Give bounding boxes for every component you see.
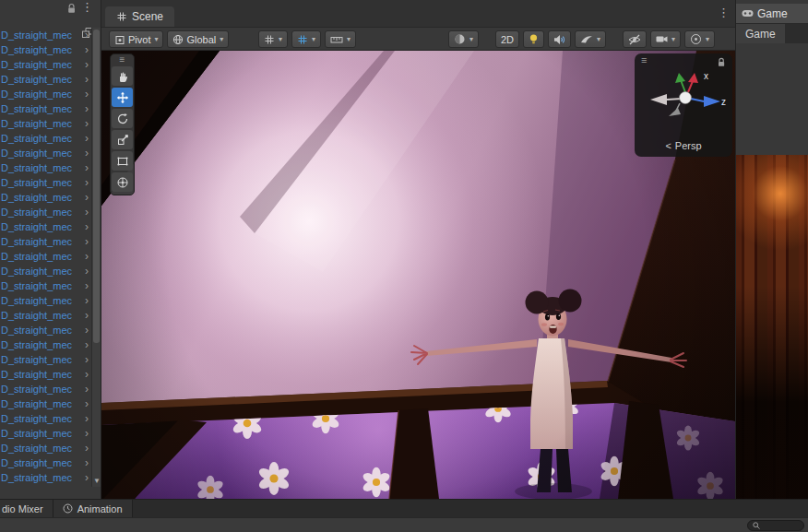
hierarchy-item[interactable]: D_straight_mec› (0, 411, 92, 426)
hierarchy-scrollbar[interactable]: ▼ (91, 28, 101, 487)
expand-chevron-icon[interactable]: › (85, 207, 89, 218)
hierarchy-item[interactable]: D_straight_mec› (0, 28, 92, 42)
global-mode-dropdown[interactable]: Global ▾ (167, 30, 229, 48)
hierarchy-item[interactable]: D_straight_mec› (0, 455, 92, 470)
expand-chevron-icon[interactable]: › (85, 398, 89, 409)
expand-chevron-icon[interactable]: › (85, 74, 89, 85)
scene-visibility-button[interactable] (623, 30, 647, 48)
hierarchy-item[interactable]: D_straight_mec› (0, 131, 92, 146)
hierarchy-item[interactable]: D_straight_mec› (0, 219, 92, 234)
expand-chevron-icon[interactable]: › (85, 472, 89, 483)
hierarchy-item[interactable]: D_straight_mec› (0, 337, 92, 352)
scrollbar-thumb[interactable] (93, 30, 100, 343)
lock-icon[interactable] (66, 3, 77, 14)
expand-chevron-icon[interactable]: › (85, 310, 89, 321)
scene-viewport[interactable]: ≡ (101, 51, 735, 499)
axis-cone-neg-z[interactable] (669, 108, 681, 116)
hierarchy-item[interactable]: D_straight_mec› (0, 101, 92, 116)
hierarchy-item[interactable]: D_straight_mec› (0, 308, 92, 323)
expand-chevron-icon[interactable]: › (85, 118, 89, 129)
hierarchy-item[interactable]: D_straight_mec› (0, 87, 92, 101)
kebab-menu-icon[interactable]: ⋮ (81, 0, 93, 15)
gizmo-center-ball[interactable] (680, 92, 692, 104)
hierarchy-item[interactable]: D_straight_mec› (0, 205, 92, 219)
shading-mode-dropdown[interactable]: ▾ (448, 30, 479, 48)
drag-handle-icon[interactable]: ≡ (120, 55, 125, 65)
2d-mode-button[interactable]: 2D (495, 30, 519, 48)
hierarchy-item[interactable]: D_straight_mec› (0, 72, 92, 87)
expand-chevron-icon[interactable]: › (85, 384, 89, 395)
expand-chevron-icon[interactable]: › (85, 162, 89, 173)
axis-cone-x[interactable] (688, 73, 698, 83)
hierarchy-item[interactable]: D_straight_mec› (0, 57, 92, 72)
hierarchy-item[interactable]: D_straight_mec› (0, 175, 92, 190)
transform-tool-button[interactable] (112, 172, 133, 192)
hierarchy-item[interactable]: D_straight_mec› (0, 367, 92, 382)
expand-chevron-icon[interactable]: › (85, 266, 89, 277)
hierarchy-item[interactable]: D_straight_mec› (0, 278, 92, 293)
scale-tool-button[interactable] (112, 130, 133, 149)
hierarchy-item[interactable]: D_straight_mec› (0, 249, 92, 264)
expand-chevron-icon[interactable]: › (85, 103, 89, 114)
hierarchy-item[interactable]: D_straight_mec› (0, 470, 92, 485)
rotate-tool-button[interactable] (112, 109, 133, 128)
tab-animation[interactable]: Animation (53, 500, 133, 517)
expand-chevron-icon[interactable]: › (85, 325, 89, 336)
kebab-menu-icon[interactable]: ⋮ (718, 6, 730, 19)
hierarchy-item[interactable]: D_straight_mec› (0, 352, 92, 367)
axis-cone-neg-x[interactable] (650, 94, 667, 105)
expand-chevron-icon[interactable]: › (85, 30, 89, 41)
search-input[interactable] (763, 521, 799, 530)
hierarchy-item[interactable]: D_straight_mec› (0, 116, 92, 131)
expand-chevron-icon[interactable]: › (85, 354, 89, 365)
gizmos-dropdown[interactable]: ▾ (684, 30, 715, 48)
expand-chevron-icon[interactable]: › (85, 295, 89, 306)
hierarchy-item[interactable]: D_straight_mec› (0, 323, 92, 337)
scrollbar-down-arrow[interactable]: ▼ (92, 477, 101, 485)
expand-chevron-icon[interactable]: › (85, 192, 89, 203)
tab-game[interactable]: Game (736, 4, 808, 24)
hierarchy-item[interactable]: D_straight_mec› (0, 146, 92, 160)
expand-chevron-icon[interactable]: › (85, 251, 89, 262)
scene-audio-button[interactable] (548, 30, 571, 48)
expand-chevron-icon[interactable]: › (85, 89, 89, 100)
scene-effects-dropdown[interactable]: ▾ (575, 30, 606, 48)
tab-game-inner[interactable]: Game (736, 24, 785, 43)
grid-snap-dropdown[interactable]: ▾ (291, 30, 321, 48)
view-hand-tool-button[interactable] (112, 66, 133, 86)
hierarchy-item[interactable]: D_straight_mec› (0, 382, 92, 396)
expand-chevron-icon[interactable]: › (85, 413, 89, 424)
grid-visibility-dropdown[interactable]: ▾ (258, 30, 288, 48)
expand-chevron-icon[interactable]: › (85, 369, 89, 380)
hierarchy-item[interactable]: D_straight_mec› (0, 441, 92, 455)
expand-chevron-icon[interactable]: › (85, 280, 89, 291)
pivot-mode-dropdown[interactable]: Pivot ▾ (109, 30, 163, 48)
expand-chevron-icon[interactable]: › (85, 221, 89, 232)
projection-toggle[interactable]: <Persp (635, 140, 732, 151)
hierarchy-item[interactable]: D_straight_mec› (0, 42, 92, 57)
tab-scene[interactable]: Scene (105, 6, 174, 27)
axis-cone-z[interactable] (704, 96, 720, 107)
axis-gizmo[interactable]: x z (637, 65, 730, 125)
scene-camera-dropdown[interactable]: ▾ (650, 30, 681, 48)
expand-chevron-icon[interactable]: › (85, 59, 89, 70)
hierarchy-item[interactable]: D_straight_mec› (0, 264, 92, 278)
tab-audio-mixer[interactable]: dio Mixer (0, 500, 53, 517)
move-tool-button[interactable] (112, 88, 133, 107)
expand-chevron-icon[interactable]: › (85, 443, 89, 454)
hierarchy-item[interactable]: D_straight_mec› (0, 190, 92, 205)
search-box[interactable] (747, 520, 804, 531)
expand-chevron-icon[interactable]: › (85, 236, 89, 247)
hierarchy-item[interactable]: D_straight_mec› (0, 160, 92, 175)
hierarchy-item[interactable]: D_straight_mec› (0, 396, 92, 411)
hierarchy-item[interactable]: D_straight_mec› (0, 426, 92, 441)
expand-chevron-icon[interactable]: › (85, 177, 89, 188)
expand-chevron-icon[interactable]: › (85, 133, 89, 144)
snap-increment-dropdown[interactable]: ▾ (325, 30, 356, 48)
hierarchy-item[interactable]: D_straight_mec› (0, 234, 92, 249)
hierarchy-item[interactable]: D_straight_mec› (0, 293, 92, 308)
expand-chevron-icon[interactable]: › (85, 339, 89, 350)
expand-chevron-icon[interactable]: › (85, 148, 89, 159)
rect-tool-button[interactable] (112, 151, 133, 171)
expand-chevron-icon[interactable]: › (85, 428, 89, 439)
